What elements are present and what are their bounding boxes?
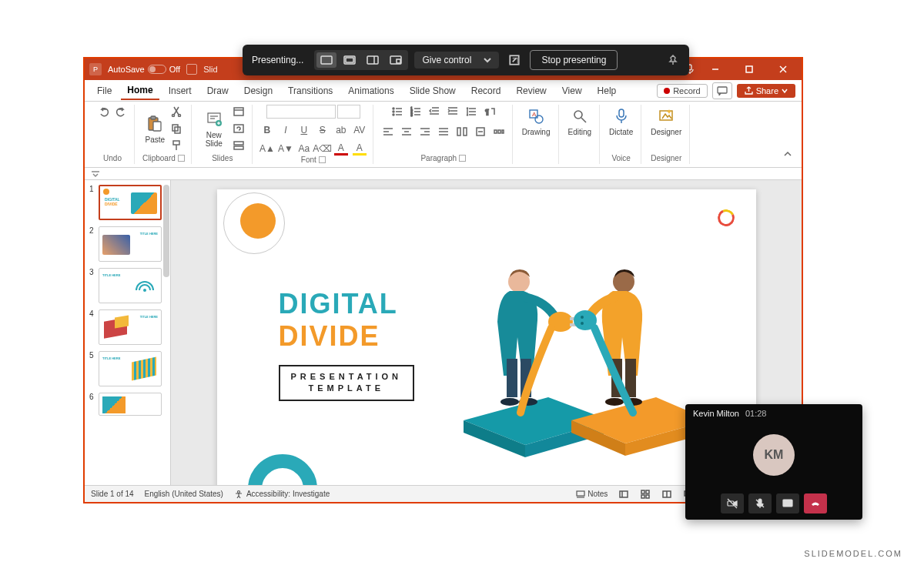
normal-view-icon[interactable] [618, 489, 629, 500]
tab-transitions[interactable]: Transitions [282, 82, 339, 99]
open-chat-button[interactable] [776, 493, 799, 513]
bullets-icon[interactable] [390, 105, 404, 119]
share-button[interactable]: Share [737, 84, 795, 98]
slide-thumb-6[interactable] [99, 393, 162, 416]
collapse-ribbon-icon[interactable] [780, 147, 795, 164]
tab-home[interactable]: Home [121, 82, 159, 100]
font-family-select[interactable] [266, 105, 336, 119]
tab-slideshow[interactable]: Slide Show [403, 82, 462, 99]
close-button[interactable] [769, 59, 797, 80]
undo-icon[interactable] [97, 105, 111, 119]
svg-rect-73 [498, 130, 500, 133]
slide-thumbnails-pane[interactable]: 1 DIGITAL DIVIDE 2 TITLE HERE 3 TITLE HE… [85, 180, 171, 485]
layout-reporter-icon[interactable] [386, 52, 406, 68]
layout-content-only-icon[interactable] [340, 52, 360, 68]
reading-view-icon[interactable] [661, 489, 672, 500]
scrollbar-thumb[interactable] [163, 185, 169, 277]
tab-draw[interactable]: Draw [201, 82, 235, 99]
shrink-font-icon[interactable]: A▼ [279, 142, 293, 156]
slide-thumb-4[interactable]: TITLE HERE [99, 309, 162, 345]
record-button[interactable]: Record [657, 84, 707, 98]
comments-button[interactable] [712, 82, 732, 99]
stop-presenting-button[interactable]: Stop presenting [530, 50, 618, 70]
qat-overflow-icon[interactable] [91, 169, 100, 179]
shadow-icon[interactable]: ab [334, 123, 348, 137]
grow-font-icon[interactable]: A▲ [260, 142, 274, 156]
change-case-icon[interactable]: Aa [297, 142, 311, 156]
svg-point-36 [393, 111, 394, 112]
slide-thumb-5[interactable]: TITLE HERE [99, 351, 162, 386]
slide-subtitle[interactable]: PRESENTATION TEMPLATE [279, 365, 415, 401]
notes-button[interactable]: Notes [576, 490, 608, 499]
bold-icon[interactable]: B [260, 123, 274, 137]
minimize-button[interactable] [701, 59, 729, 80]
justify-icon[interactable] [437, 125, 450, 139]
format-painter-icon[interactable] [169, 139, 183, 152]
reset-icon[interactable] [232, 122, 246, 135]
teams-presenting-toolbar: Presenting... Give control Stop presenti… [243, 45, 689, 75]
tab-help[interactable]: Help [591, 82, 623, 99]
autosave-toggle[interactable]: AutoSave Off [108, 65, 180, 74]
tab-design[interactable]: Design [238, 82, 279, 99]
tab-animations[interactable]: Animations [342, 82, 400, 99]
maximize-button[interactable] [735, 59, 763, 80]
dictate-button[interactable]: Dictate [608, 105, 634, 138]
dialog-launcher-icon[interactable] [319, 156, 326, 163]
paste-button[interactable]: Paste [143, 112, 166, 146]
teams-call-overlay[interactable]: Kevin Milton 01:28 KM [685, 404, 862, 520]
section-icon[interactable] [232, 139, 246, 152]
tab-insert[interactable]: Insert [162, 82, 198, 99]
slide-title[interactable]: DIGITAL DIVIDE [279, 288, 398, 353]
columns-icon[interactable] [455, 125, 469, 139]
designer-button[interactable]: Designer [649, 105, 683, 138]
tab-record[interactable]: Record [465, 82, 507, 99]
numbering-icon[interactable]: 123 [409, 105, 423, 119]
sorter-view-icon[interactable] [640, 489, 651, 500]
smartart-icon[interactable] [492, 125, 506, 139]
underline-icon[interactable]: U [297, 123, 311, 137]
font-size-select[interactable] [337, 105, 360, 119]
save-icon[interactable] [186, 64, 197, 75]
tab-file[interactable]: File [91, 82, 118, 99]
slide-thumb-3[interactable]: TITLE HERE [99, 268, 162, 303]
accessibility-status[interactable]: Accessibility: Investigate [234, 490, 330, 499]
text-direction-icon[interactable]: ¶ [483, 105, 497, 119]
decrease-indent-icon[interactable] [427, 105, 441, 119]
drawing-button[interactable]: A Drawing [521, 105, 552, 138]
slide-thumb-2[interactable]: TITLE HERE [99, 226, 162, 262]
tab-review[interactable]: Review [510, 82, 552, 99]
redo-icon[interactable] [114, 105, 128, 119]
align-right-icon[interactable] [418, 125, 432, 139]
line-spacing-icon[interactable] [464, 105, 478, 119]
italic-icon[interactable]: I [279, 123, 293, 137]
language-status[interactable]: English (United States) [145, 490, 223, 498]
camera-off-button[interactable] [721, 493, 744, 513]
tab-view[interactable]: View [556, 82, 588, 99]
layout-standard-icon[interactable] [316, 52, 336, 68]
pop-out-icon[interactable] [505, 51, 524, 69]
give-control-dropdown[interactable]: Give control [414, 52, 499, 69]
mic-off-button[interactable] [748, 493, 772, 513]
highlight-icon[interactable]: A [353, 142, 367, 156]
align-text-icon[interactable] [474, 125, 487, 139]
align-center-icon[interactable] [400, 125, 413, 139]
strike-icon[interactable]: S [316, 123, 330, 137]
dialog-launcher-icon[interactable] [459, 155, 466, 162]
increase-indent-icon[interactable] [446, 105, 460, 119]
svg-rect-6 [397, 59, 400, 63]
new-slide-button[interactable]: New Slide [199, 108, 229, 149]
clear-format-icon[interactable]: A⌫ [316, 142, 330, 156]
slide-canvas[interactable]: DIGITAL DIVIDE PRESENTATION TEMPLATE [217, 189, 756, 485]
layout-side-by-side-icon[interactable] [363, 52, 383, 68]
char-spacing-icon[interactable]: AV [353, 123, 367, 137]
pin-toolbar-icon[interactable] [666, 53, 680, 67]
cut-icon[interactable] [169, 105, 183, 119]
editing-button[interactable]: Editing [567, 105, 594, 138]
copy-icon[interactable] [169, 122, 183, 135]
layout-icon[interactable] [232, 105, 246, 119]
dialog-launcher-icon[interactable] [178, 155, 185, 162]
font-color-icon[interactable]: A [334, 142, 348, 156]
slide-thumb-1[interactable]: DIGITAL DIVIDE [99, 185, 162, 220]
align-left-icon[interactable] [381, 125, 395, 139]
hang-up-button[interactable] [804, 493, 827, 513]
